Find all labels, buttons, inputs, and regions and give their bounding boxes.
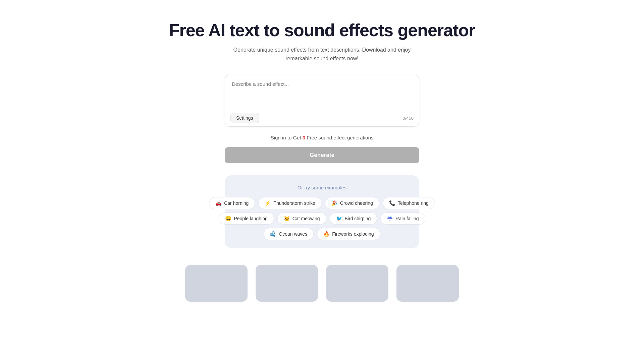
- example-crowd-cheering[interactable]: 🎉 Crowd cheering: [325, 197, 379, 209]
- settings-button[interactable]: Settings: [230, 113, 259, 123]
- example-thunderstorm[interactable]: ⚡ Thunderstorm strike: [258, 197, 321, 209]
- example-cat-meowing[interactable]: 🐱 Cat meowing: [277, 213, 326, 225]
- examples-card: Or try some examples 🚗 Car horning ⚡ Thu…: [225, 175, 419, 248]
- generate-button[interactable]: Generate: [225, 147, 419, 163]
- example-telephone[interactable]: 📞 Telephone ring: [383, 197, 435, 209]
- example-label: Fireworks exploding: [332, 231, 374, 237]
- thunder-icon: ⚡: [265, 200, 271, 206]
- example-ocean-waves[interactable]: 🌊 Ocean waves: [264, 228, 314, 240]
- example-label: Car horning: [224, 200, 249, 206]
- result-card-2: [256, 265, 318, 302]
- bird-icon: 🐦: [336, 216, 342, 222]
- example-people-laughing[interactable]: 😄 People laughing: [219, 213, 274, 225]
- fireworks-icon: 🔥: [323, 231, 330, 237]
- example-label: Ocean waves: [279, 231, 307, 237]
- char-count: 0/450: [402, 116, 414, 121]
- examples-row-3: 🌊 Ocean waves 🔥 Fireworks exploding: [234, 228, 410, 240]
- page-subtitle: Generate unique sound effects from text …: [221, 46, 423, 63]
- example-label: Bird chirping: [345, 216, 371, 221]
- ocean-icon: 🌊: [270, 231, 276, 237]
- examples-row-1: 🚗 Car horning ⚡ Thunderstorm strike 🎉 Cr…: [234, 197, 410, 209]
- crowd-icon: 🎉: [331, 200, 338, 206]
- sound-description-input[interactable]: [225, 75, 419, 109]
- example-label: Cat meowing: [292, 216, 320, 221]
- result-card-1: [185, 265, 248, 302]
- sign-in-text: Sign in to Get 3 Free sound effect gener…: [271, 135, 374, 140]
- input-card: Settings 0/450: [225, 75, 419, 127]
- examples-row-2: 😄 People laughing 🐱 Cat meowing 🐦 Bird c…: [234, 213, 410, 225]
- page-title: Free AI text to sound effects generator: [169, 20, 475, 40]
- result-card-3: [326, 265, 388, 302]
- phone-icon: 📞: [389, 200, 395, 206]
- input-footer: Settings 0/450: [225, 110, 419, 126]
- rain-icon: ☔: [387, 216, 393, 222]
- example-car-horning[interactable]: 🚗 Car horning: [209, 197, 255, 209]
- example-rain-falling[interactable]: ☔ Rain falling: [380, 213, 425, 225]
- example-label: Telephone ring: [398, 200, 429, 206]
- result-card-4: [396, 265, 459, 302]
- example-label: Crowd cheering: [340, 200, 373, 206]
- example-label: People laughing: [234, 216, 267, 221]
- sign-in-highlight: 3: [303, 135, 305, 140]
- sign-in-after: Free sound effect generations: [305, 135, 373, 140]
- examples-grid: 🚗 Car horning ⚡ Thunderstorm strike 🎉 Cr…: [234, 197, 410, 240]
- examples-title: Or try some examples: [234, 185, 410, 190]
- cat-icon: 🐱: [284, 216, 290, 222]
- laugh-icon: 😄: [225, 216, 231, 222]
- page-wrapper: Free AI text to sound effects generator …: [0, 0, 644, 315]
- car-icon: 🚗: [215, 200, 222, 206]
- example-fireworks[interactable]: 🔥 Fireworks exploding: [317, 228, 380, 240]
- example-bird-chirping[interactable]: 🐦 Bird chirping: [330, 213, 377, 225]
- example-label: Thunderstorm strike: [273, 200, 315, 206]
- result-cards-row: [185, 265, 459, 302]
- sign-in-before: Sign in to Get: [271, 135, 303, 140]
- example-label: Rain falling: [395, 216, 419, 221]
